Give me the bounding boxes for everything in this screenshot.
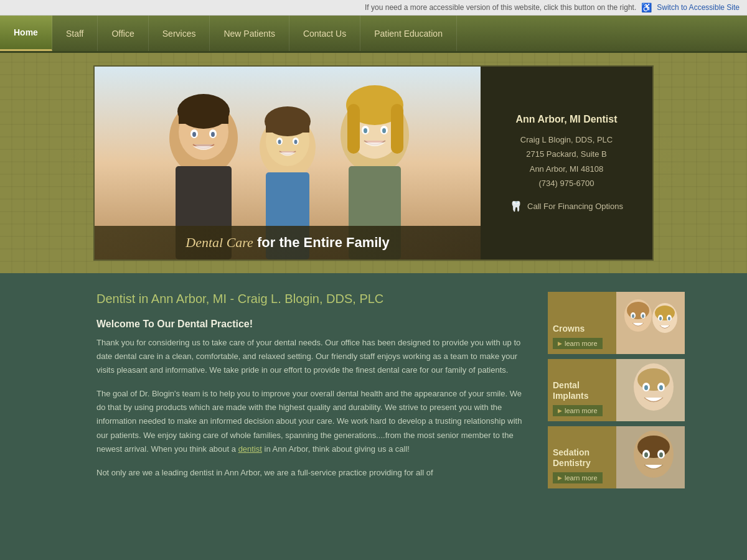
crowns-title: Crowns: [553, 324, 585, 334]
svg-rect-25: [391, 104, 403, 154]
hero-image-container: Dental Care for the Entire Family: [95, 67, 481, 259]
nav-item-services[interactable]: Services: [149, 16, 210, 51]
svg-point-46: [637, 368, 670, 391]
service-card-sedation[interactable]: SedationDentistry ▶ learn more: [548, 426, 685, 488]
implants-title: DentalImplants: [553, 380, 589, 401]
accessibility-message: If you need a more accessible version of…: [365, 3, 636, 12]
hero-section: Dental Care for the Entire Family Ann Ar…: [0, 53, 747, 273]
hero-financing: 🦷 Call For Financing Options: [510, 200, 623, 212]
hero-caption-regular: for the Entire Family: [257, 235, 390, 250]
nav-item-patient-education[interactable]: Patient Education: [360, 16, 457, 51]
nav-item-new-patients[interactable]: New Patients: [210, 16, 289, 51]
accessibility-bar: If you need a more accessible version of…: [0, 0, 747, 16]
section-heading: Welcome To Our Dental Practice!: [96, 319, 523, 330]
crowns-image: [616, 292, 685, 354]
svg-point-9: [211, 132, 215, 137]
svg-point-50: [659, 385, 663, 390]
svg-point-28: [364, 128, 367, 133]
tooth-icon: 🦷: [510, 200, 522, 212]
hero-card: Dental Care for the Entire Family Ann Ar…: [93, 65, 654, 261]
accessibility-icon: ♿: [641, 2, 652, 12]
service-card-implants[interactable]: DentalImplants ▶ learn more: [548, 359, 685, 421]
accessible-site-link[interactable]: Switch to Accessible Site: [657, 3, 740, 12]
triangle-icon-3: ▶: [558, 475, 562, 481]
main-content: Dentist in Ann Arbor, MI - Craig L. Blog…: [0, 273, 747, 522]
svg-point-18: [294, 140, 298, 144]
hero-caption-text: Dental Care for the Entire Family: [107, 235, 468, 251]
sedation-learn-more[interactable]: ▶ learn more: [553, 472, 603, 483]
implants-learn-more[interactable]: ▶ learn more: [553, 405, 603, 416]
implants-image: [616, 359, 685, 421]
svg-point-42: [659, 317, 662, 320]
nav-item-contact-us[interactable]: Contact Us: [289, 16, 360, 51]
svg-rect-14: [266, 121, 309, 133]
svg-rect-24: [347, 104, 360, 154]
svg-point-8: [192, 132, 196, 137]
svg-point-29: [382, 128, 386, 133]
sedation-title: SedationDentistry: [553, 447, 591, 469]
service-card-crowns[interactable]: Crowns ▶ learn more: [548, 292, 685, 354]
nav-item-home[interactable]: Home: [0, 16, 52, 51]
svg-point-49: [644, 385, 648, 390]
hero-caption: Dental Care for the Entire Family: [95, 226, 481, 259]
content-right: Crowns ▶ learn more: [548, 292, 685, 503]
implants-label: DentalImplants ▶ learn more: [548, 359, 616, 421]
svg-point-57: [659, 452, 663, 457]
hero-info-address: Craig L Blogin, DDS, PLC 2715 Packard, S…: [520, 133, 613, 191]
paragraph-2: The goal of Dr. Blogin's team is to help…: [96, 387, 523, 455]
triangle-icon-2: ▶: [558, 408, 562, 414]
hero-caption-script: Dental Care: [186, 235, 253, 250]
svg-point-39: [655, 306, 675, 320]
hero-info: Ann Arbor, MI Dentist Craig L Blogin, DD…: [481, 67, 652, 259]
paragraph-1: Thank you for considering us to take car…: [96, 336, 523, 377]
nav-item-staff[interactable]: Staff: [52, 16, 98, 51]
sedation-label: SedationDentistry ▶ learn more: [548, 426, 616, 488]
triangle-icon: ▶: [558, 340, 562, 347]
main-nav: Home Staff Office Services New Patients …: [0, 16, 747, 53]
svg-rect-5: [179, 111, 228, 124]
page-title: Dentist in Ann Arbor, MI - Craig L. Blog…: [96, 292, 523, 306]
svg-point-17: [278, 140, 281, 144]
svg-point-33: [627, 302, 649, 319]
svg-point-37: [642, 314, 644, 318]
content-left: Dentist in Ann Arbor, MI - Craig L. Blog…: [96, 292, 548, 503]
nav-item-office[interactable]: Office: [98, 16, 148, 51]
paragraph-3: Not only are we a leading dentist in Ann…: [96, 466, 523, 480]
svg-point-36: [632, 314, 634, 318]
svg-point-53: [637, 436, 670, 458]
hero-info-title: Ann Arbor, MI Dentist: [516, 114, 618, 125]
crowns-learn-more[interactable]: ▶ learn more: [553, 338, 603, 349]
svg-point-43: [668, 317, 670, 320]
sedation-image: [616, 426, 685, 488]
svg-point-56: [644, 452, 648, 457]
crowns-label: Crowns ▶ learn more: [548, 292, 616, 354]
dentist-link[interactable]: dentist: [238, 444, 262, 454]
